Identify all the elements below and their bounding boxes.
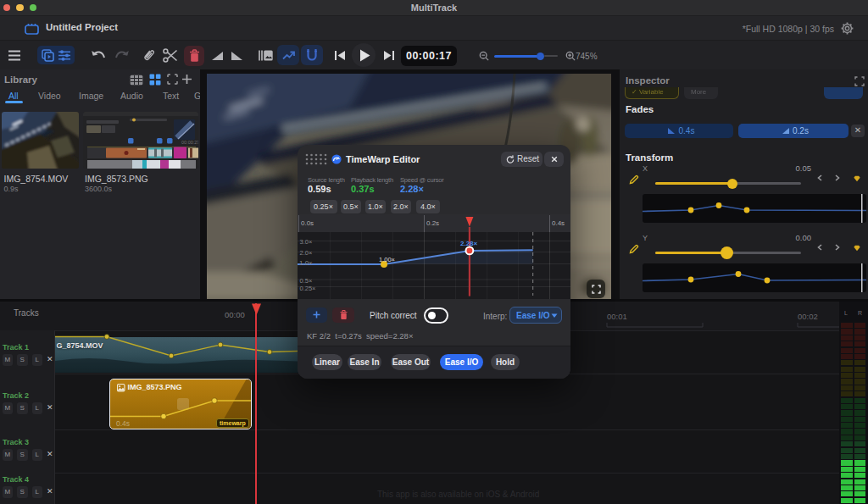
svg-text:00:00:27: 00:00:27 xyxy=(181,140,198,145)
